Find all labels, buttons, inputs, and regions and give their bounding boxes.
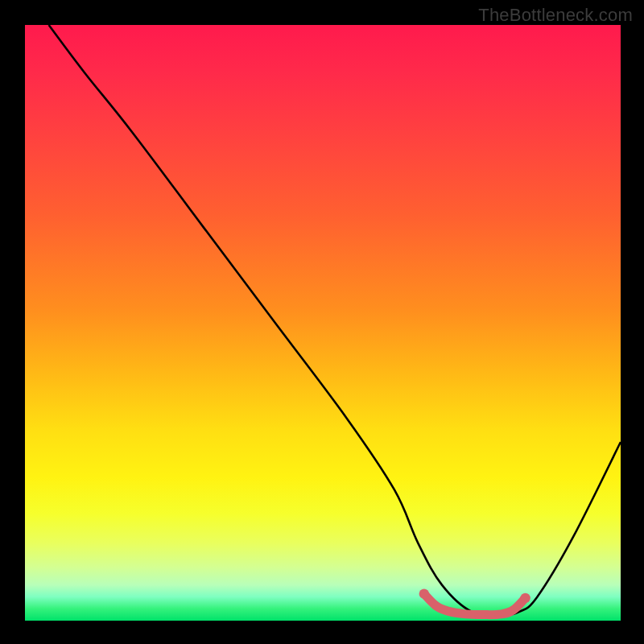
bottleneck-curve-line bbox=[49, 25, 621, 615]
watermark-text: TheBottleneck.com bbox=[478, 5, 633, 26]
plot-area bbox=[25, 25, 621, 621]
outer-frame: TheBottleneck.com bbox=[0, 0, 644, 644]
curve-layer bbox=[25, 25, 621, 621]
optimal-range-end-dot bbox=[520, 593, 530, 603]
optimal-range-marker-line bbox=[424, 594, 526, 615]
optimal-range-end-dot bbox=[419, 589, 429, 599]
